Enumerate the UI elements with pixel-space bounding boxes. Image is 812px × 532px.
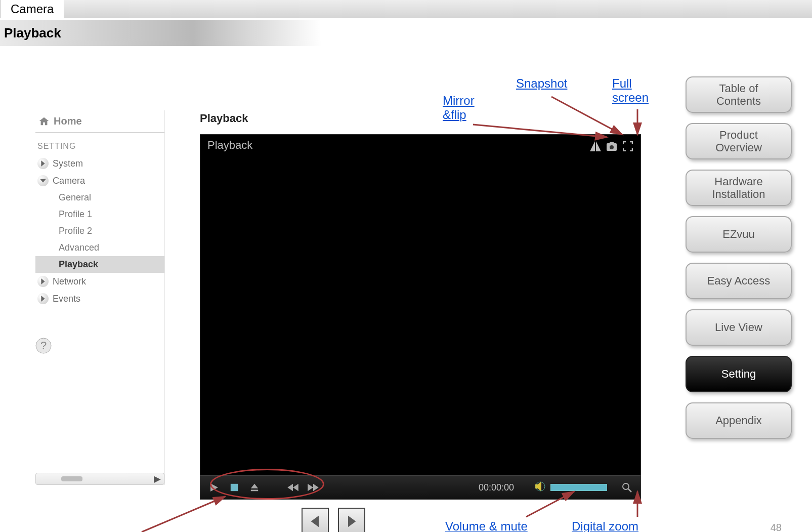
sidebar-item-system[interactable]: System <box>35 155 164 172</box>
sidebar-heading: SETTING <box>37 142 164 151</box>
chevron-right-icon <box>37 158 49 169</box>
snapshot-icon[interactable] <box>606 141 617 152</box>
annotation-digital-zoom: Digital zoom <box>572 519 638 532</box>
svg-rect-5 <box>231 484 238 491</box>
timecode: 00:00:00 <box>479 482 514 493</box>
settings-sidebar: Home SETTING System Camera General Profi… <box>35 110 165 485</box>
next-page-button[interactable] <box>338 508 365 532</box>
nav-live-view[interactable]: Live View <box>686 309 792 346</box>
sidebar-sub-playback[interactable]: Playback <box>35 256 164 273</box>
chevron-right-icon <box>37 276 49 287</box>
annotation-mirror-flip: Mirror &flip <box>443 94 475 122</box>
svg-rect-3 <box>610 142 614 144</box>
nav-easy-access[interactable]: Easy Access <box>686 263 792 299</box>
tab-camera[interactable]: Camera <box>0 0 64 18</box>
section-title: Playback <box>0 20 322 46</box>
sidebar-sub-advanced[interactable]: Advanced <box>35 239 164 256</box>
nav-appendix[interactable]: Appendix <box>686 402 792 439</box>
eject-button[interactable] <box>249 482 260 493</box>
sidebar-item-camera[interactable]: Camera <box>35 172 164 189</box>
home-icon <box>38 116 50 127</box>
sidebar-sub-profile2[interactable]: Profile 2 <box>35 223 164 239</box>
nav-setting[interactable]: Setting <box>686 356 792 392</box>
content-title: Playback <box>200 112 640 125</box>
sidebar-home-label: Home <box>54 115 82 127</box>
tab-strip: Camera <box>0 0 812 18</box>
mute-icon[interactable] <box>535 481 546 494</box>
page-number: 48 <box>771 522 782 532</box>
sidebar-home[interactable]: Home <box>35 110 164 133</box>
player-title: Playback <box>207 139 252 152</box>
sidebar-scrollbar[interactable]: ▶ <box>35 473 164 485</box>
chevron-down-icon <box>37 175 49 186</box>
prev-page-button[interactable] <box>302 508 329 532</box>
fast-forward-button[interactable] <box>308 482 319 493</box>
annotation-fullscreen: Full screen <box>612 76 649 105</box>
sidebar-sub-profile1[interactable]: Profile 1 <box>35 206 164 223</box>
svg-text:?: ? <box>40 339 47 352</box>
mirror-flip-icon[interactable] <box>590 141 601 152</box>
sidebar-item-network[interactable]: Network <box>35 273 164 290</box>
stop-button[interactable] <box>229 482 240 493</box>
nav-hardware-installation[interactable]: Hardware Installation <box>686 170 792 206</box>
help-icon[interactable]: ? <box>35 338 52 354</box>
play-button[interactable] <box>208 482 220 493</box>
scrollbar-arrow-right-icon[interactable]: ▶ <box>154 473 161 484</box>
annotation-snapshot: Snapshot <box>516 76 567 91</box>
digital-zoom-button[interactable] <box>621 482 632 493</box>
video-player: Playback 00:00:00 <box>200 134 641 500</box>
content-area: Playback Playback 00:00:00 <box>200 112 640 500</box>
svg-point-4 <box>610 145 614 149</box>
sidebar-sub-general[interactable]: General <box>35 189 164 206</box>
chevron-right-icon <box>37 293 49 304</box>
nav-toc[interactable]: Table of Contents <box>686 76 792 113</box>
doc-nav: Table of Contents Product Overview Hardw… <box>686 76 792 439</box>
sidebar-item-label: System <box>53 158 83 169</box>
nav-ezvuu[interactable]: EZvuu <box>686 216 792 253</box>
annotation-volume-mute: Volume & mute <box>445 519 528 532</box>
fullscreen-icon[interactable] <box>622 141 633 152</box>
sidebar-item-label: Camera <box>53 176 85 186</box>
svg-point-7 <box>623 483 629 489</box>
sidebar-item-label: Events <box>53 294 80 304</box>
scrollbar-thumb[interactable] <box>61 476 82 481</box>
nav-product-overview[interactable]: Product Overview <box>686 123 792 159</box>
player-controls: 00:00:00 <box>200 475 640 499</box>
volume-slider[interactable] <box>550 484 607 491</box>
sidebar-item-events[interactable]: Events <box>35 290 164 307</box>
sidebar-item-label: Network <box>53 276 86 287</box>
rewind-button[interactable] <box>287 482 298 493</box>
